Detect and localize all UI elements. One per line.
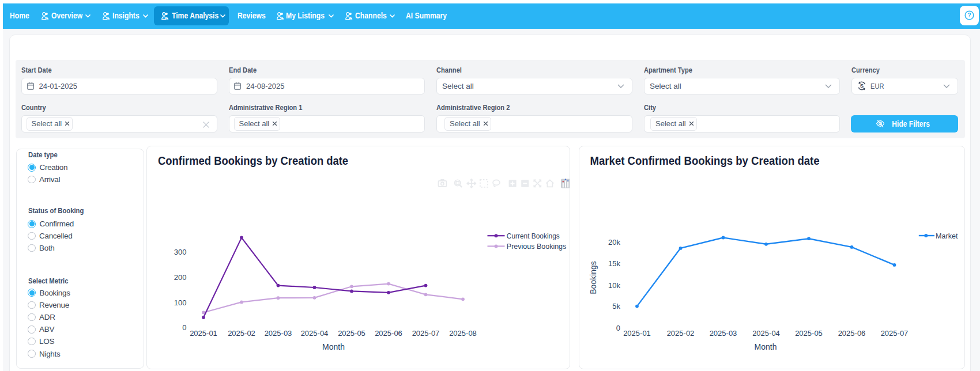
svg-text:0: 0 [616,324,620,332]
svg-text:2025-07: 2025-07 [412,329,439,338]
svg-text:2025-08: 2025-08 [449,329,477,338]
svg-text:2025-04: 2025-04 [752,329,780,338]
svg-text:Market: Market [936,232,958,240]
svg-text:2025-04: 2025-04 [300,329,328,338]
svg-text:Bookings: Bookings [589,261,598,294]
svg-text:20k: 20k [608,238,620,247]
svg-text:2025-02: 2025-02 [228,329,255,338]
svg-text:200: 200 [174,273,186,282]
svg-text:2025-01: 2025-01 [190,329,217,338]
svg-text:2025-01: 2025-01 [623,329,651,338]
svg-text:10k: 10k [608,281,620,290]
svg-text:2025-06: 2025-06 [838,329,866,338]
svg-text:2025-03: 2025-03 [264,329,292,338]
svg-text:0: 0 [182,323,186,332]
svg-text:Month: Month [755,342,777,351]
svg-text:S: S [860,83,864,89]
svg-text:2025-07: 2025-07 [881,329,909,338]
svg-text:2025-06: 2025-06 [375,329,402,338]
svg-text:Current Bookings: Current Bookings [506,232,559,240]
svg-text:Previous Bookings: Previous Bookings [506,243,566,251]
svg-text:2025-05: 2025-05 [338,329,365,338]
svg-text:300: 300 [174,248,186,256]
svg-text:2025-02: 2025-02 [667,329,695,338]
svg-text:100: 100 [174,298,186,307]
svg-text:2025-03: 2025-03 [710,329,737,338]
svg-text:?: ? [967,12,971,18]
svg-text:5k: 5k [612,302,620,311]
svg-text:15k: 15k [608,259,620,268]
svg-text:Confirmed Bookings by Creation: Confirmed Bookings by Creation date [158,154,348,167]
svg-text:2025-05: 2025-05 [795,329,823,338]
svg-text:Market Confirmed Bookings by C: Market Confirmed Bookings by Creation da… [590,154,820,167]
svg-text:Month: Month [322,342,345,351]
